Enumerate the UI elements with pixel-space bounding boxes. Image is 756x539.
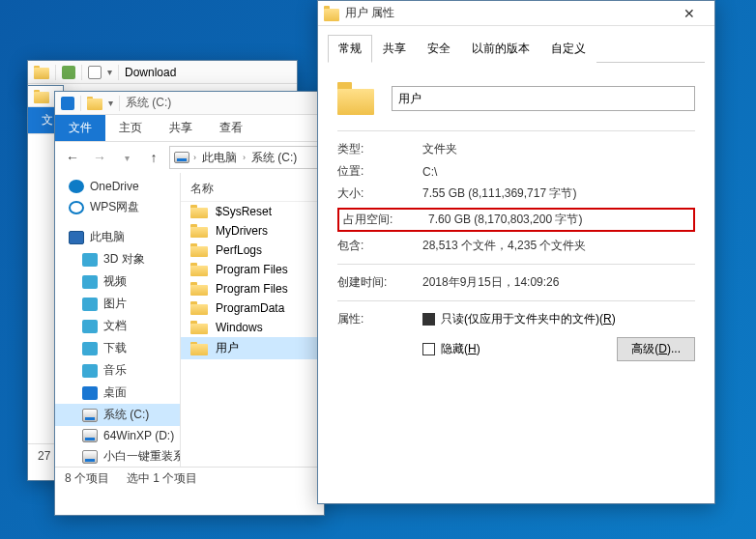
recent-button[interactable]: ▾ (115, 146, 138, 169)
tree-c[interactable]: 系统 (C:) (55, 404, 180, 426)
folder-icon (34, 66, 49, 79)
tab-general[interactable]: 常规 (328, 35, 372, 63)
folder-icon (190, 282, 208, 296)
pictures-icon (82, 298, 98, 311)
folder-icon (190, 243, 208, 257)
navbar: ← → ▾ ↑ › 此电脑 › 系统 (C:) (55, 142, 324, 173)
folder-icon (190, 263, 208, 276)
chevron-down-icon[interactable]: ▾ (108, 98, 113, 108)
drive-icon (82, 450, 98, 464)
tree-3d[interactable]: 3D 对象 (55, 248, 180, 270)
copy-icon (88, 66, 102, 79)
check-icon (62, 66, 75, 79)
folder-icon (190, 342, 208, 355)
readonly-checkbox[interactable]: ■ (422, 313, 435, 326)
type-label: 类型: (337, 141, 422, 157)
tab-custom[interactable]: 自定义 (540, 35, 596, 63)
type-value: 文件夹 (422, 141, 457, 157)
home-tab[interactable]: 主页 (105, 115, 156, 141)
loc-label: 位置: (337, 163, 422, 180)
drive-icon (82, 429, 98, 442)
ondisk-label: 占用空间: (343, 212, 428, 228)
list-item[interactable]: Program Files (181, 260, 324, 279)
list-item[interactable]: Windows (181, 318, 324, 337)
dl-icon (82, 342, 98, 355)
folder-icon (190, 205, 208, 218)
music-icon (82, 364, 98, 378)
tree-video[interactable]: 视频 (55, 270, 180, 293)
crumb-pc[interactable]: 此电脑 (200, 150, 239, 166)
list-item[interactable]: ProgramData (181, 298, 324, 318)
crumb-c[interactable]: 系统 (C:) (249, 150, 299, 166)
folder-icon (337, 82, 374, 115)
onedrive-icon (69, 180, 84, 193)
tree-dl[interactable]: 下载 (55, 337, 180, 359)
pc-icon (69, 231, 84, 244)
list-item[interactable]: MyDrivers (181, 221, 324, 241)
list-item[interactable]: Program Files (181, 279, 324, 298)
tree-thispc[interactable]: 此电脑 (55, 226, 180, 248)
status-selected: 选中 1 个项目 (127, 470, 197, 487)
window-title: Download (125, 66, 176, 79)
loc-value: C:\ (422, 165, 437, 179)
tab-share[interactable]: 共享 (372, 35, 417, 63)
attr-label: 属性: (337, 311, 422, 327)
ribbon: 文件 主页 共享 查看 (55, 115, 324, 142)
tree-docs[interactable]: 文档 (55, 315, 180, 337)
folder-icon (324, 6, 339, 21)
wps-icon (69, 201, 84, 214)
view-tab[interactable]: 查看 (206, 115, 256, 141)
up-button[interactable]: ↑ (142, 146, 165, 169)
size-label: 大小: (337, 185, 422, 202)
tab-prev[interactable]: 以前的版本 (461, 35, 540, 63)
drive-icon (82, 409, 98, 422)
video-icon (82, 275, 98, 289)
contains-label: 包含: (337, 238, 422, 254)
tree-pics[interactable]: 图片 (55, 293, 180, 315)
file-list: 名称 $SysReset MyDrivers PerfLogs Program … (181, 173, 324, 467)
tree-onedrive[interactable]: OneDrive (55, 177, 180, 196)
ondisk-value: 7.60 GB (8,170,803,200 字节) (428, 212, 582, 228)
qat-download: ▾ Download (28, 61, 297, 84)
ondisk-highlight: 占用空间:7.60 GB (8,170,803,200 字节) (337, 208, 695, 232)
folder-icon (190, 301, 208, 315)
tree-d[interactable]: 64WinXP (D:) (55, 426, 180, 445)
drive-icon (174, 152, 189, 163)
app-icon (61, 97, 74, 110)
folder-icon (87, 97, 102, 110)
tree-wps[interactable]: WPS网盘 (55, 196, 180, 218)
folder-icon (34, 90, 49, 103)
chevron-right-icon: › (243, 153, 246, 162)
tree-e[interactable]: 小白一键重装系 (55, 445, 180, 467)
window-title: 系统 (C:) (126, 95, 171, 111)
col-name[interactable]: 名称 (181, 177, 324, 202)
tree-desk[interactable]: 桌面 (55, 382, 180, 404)
qat: ▾ 系统 (C:) (55, 92, 324, 115)
tree-music[interactable]: 音乐 (55, 359, 180, 382)
readonly-label: 只读(仅应用于文件夹中的文件)(R) (441, 311, 616, 327)
status-count: 27 (38, 449, 50, 463)
created-value: 2018年9月15日，14:09:26 (422, 274, 559, 291)
3d-icon (82, 253, 98, 267)
folder-icon (190, 321, 208, 334)
nav-tree: OneDrive WPS网盘 此电脑 3D 对象 视频 图片 文档 下载 音乐 … (55, 173, 181, 467)
docs-icon (82, 320, 98, 333)
status-count: 8 个项目 (65, 470, 109, 487)
back-button[interactable]: ← (61, 146, 84, 169)
chevron-down-icon[interactable]: ▾ (107, 67, 112, 77)
folder-icon (190, 224, 208, 238)
list-item[interactable]: $SysReset (181, 202, 324, 221)
created-label: 创建时间: (337, 274, 422, 291)
share-tab[interactable]: 共享 (156, 115, 206, 141)
forward-button[interactable]: → (88, 146, 111, 169)
address-bar[interactable]: › 此电脑 › 系统 (C:) (169, 146, 318, 169)
name-field[interactable] (392, 86, 695, 111)
list-item-users[interactable]: 用户 (181, 337, 324, 359)
tab-security[interactable]: 安全 (417, 35, 461, 63)
list-item[interactable]: PerfLogs (181, 241, 324, 260)
hidden-checkbox[interactable] (422, 343, 435, 355)
file-tab[interactable]: 文件 (55, 115, 105, 141)
advanced-button[interactable]: 高级(D)... (617, 337, 695, 361)
close-button[interactable]: ✕ (670, 2, 709, 25)
properties-dialog: 用户 属性 ✕ 常规 共享 安全 以前的版本 自定义 类型:文件夹 位置:C:\… (317, 0, 715, 504)
